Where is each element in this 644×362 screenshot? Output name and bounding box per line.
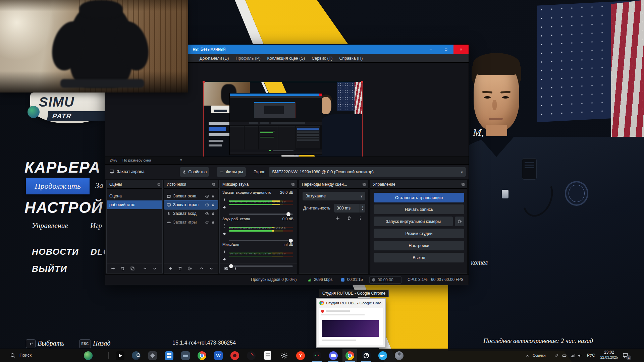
menu-controls[interactable]: Управление [32,221,68,230]
zoom-level[interactable]: 24% [110,158,117,162]
channel-menu-icon[interactable] [222,249,226,254]
remove-source-icon[interactable] [178,266,182,271]
menu-exit[interactable]: ВЫЙТИ [32,264,67,274]
menu-game-sub[interactable]: Игр [90,221,102,230]
taskbar-app-telegram[interactable] [375,349,390,362]
zoom-fit-mode[interactable]: По размеру окна [122,158,151,162]
chrome-preview-thumbnail[interactable] [319,308,383,345]
add-source-icon[interactable] [168,266,173,271]
stop-streaming-button[interactable]: Остановить трансляцию [374,193,464,202]
taskbar-app-discord[interactable] [326,349,341,362]
search-label[interactable]: Поиск [19,353,32,358]
search-icon[interactable] [10,353,16,358]
eye-icon[interactable] [205,203,209,207]
move-source-down-icon[interactable] [209,266,214,271]
remove-transition-icon[interactable] [347,216,352,221]
volume-icon[interactable] [578,353,582,358]
speaker-icon[interactable] [222,257,227,261]
taskbar-app-recolor[interactable] [310,349,324,362]
lock-icon[interactable] [211,194,215,198]
taskbar-app-darkred[interactable] [244,349,259,362]
start-recording-button[interactable]: Начать запись [374,204,464,214]
scene-item[interactable]: Сцена [107,192,162,200]
clock[interactable]: 23:02 22.03.2025 [598,350,620,359]
detach-icon[interactable] [212,182,216,186]
controls-dock-header[interactable]: Управление [370,180,467,189]
source-item-game-capture-hidden[interactable]: Захват игры [164,218,218,227]
sources-dock-header[interactable]: Источники [164,180,218,189]
taskbar-app-redring[interactable] [227,349,242,362]
taskbar-app-slate[interactable] [178,349,193,362]
detach-icon[interactable] [157,182,160,186]
virtual-camera-button[interactable]: Запуск виртуальной камеры [374,217,453,226]
properties-button[interactable]: Свойства [180,167,209,177]
lock-icon[interactable] [211,212,215,216]
transition-menu-icon[interactable] [358,216,362,221]
transitions-dock-header[interactable]: Переходы между сцен... [299,180,368,189]
scene-item-selected[interactable]: рабочий стол [107,200,162,209]
notification-center-icon[interactable]: 4 [623,352,629,359]
widget-icon[interactable] [84,351,93,360]
menu-dock-panels[interactable]: Док-панели (D) [196,54,232,63]
chrome-preview-card[interactable]: Студия RUTUBE - Google Chro... [316,298,386,348]
source-properties-icon[interactable] [187,266,192,271]
detach-icon[interactable] [362,182,366,186]
source-item-audio-input[interactable]: Захват вход [164,209,218,218]
taskbar-app-obs[interactable] [359,349,374,362]
taskbar-app-yandex[interactable]: Y [293,349,308,362]
pen-icon[interactable] [554,353,559,358]
tray-expand-icon[interactable] [525,354,529,358]
menu-profile[interactable]: Профиль (P) [232,54,264,63]
maximize-button[interactable]: □ [438,45,453,54]
channel-menu-icon[interactable] [222,197,226,202]
taskbar-app-grid[interactable] [162,349,176,362]
volume-slider[interactable] [229,214,293,215]
lock-icon[interactable] [211,203,215,207]
add-transition-icon[interactable] [335,216,340,221]
eye-off-icon[interactable] [205,220,209,225]
menu-load-partial[interactable]: За [95,181,103,190]
language-indicator[interactable]: РУС [587,353,595,358]
channel-menu-icon[interactable] [222,224,226,228]
menu-help[interactable]: Справка (H) [336,54,366,63]
taskbar-app-play[interactable] [113,349,127,362]
continue-button[interactable]: Продолжить [26,178,90,194]
battery-icon[interactable] [562,353,567,358]
menu-settings-title[interactable]: НАСТРОЙ [24,198,103,217]
exit-button[interactable]: Выход [374,253,464,262]
volume-slider[interactable] [229,240,293,241]
speaker-icon[interactable] [222,232,227,236]
spin-down-icon[interactable]: ▼ [362,208,364,211]
taskbar-app-chrome[interactable] [195,349,209,362]
spin-up-icon[interactable]: ▲ [362,205,364,208]
virtual-camera-settings-button[interactable] [455,217,464,226]
minimize-button[interactable]: – [423,45,438,54]
studio-mode-button[interactable]: Режим студии [374,229,464,238]
scene-filters-icon[interactable] [130,266,135,271]
eye-icon[interactable] [205,194,209,198]
mixer-settings-icon[interactable] [224,266,228,271]
network-icon[interactable] [570,353,575,358]
eye-icon[interactable] [205,212,209,216]
close-button[interactable]: × [453,45,469,54]
settings-button[interactable]: Настройки [374,241,464,250]
source-item-window-capture[interactable]: Захват окна [164,192,218,200]
scenes-dock-header[interactable]: Сцены [107,180,162,189]
move-scene-down-icon[interactable] [152,266,157,271]
screen-select-dropdown[interactable]: SME2220NW: 644x362 @ 0,0 (Основной мон… [269,167,466,177]
mixer-menu-icon[interactable] [233,266,237,271]
filters-button[interactable]: Фильтры [217,167,246,177]
links-toolbar-label[interactable]: Ссылки [533,353,546,357]
duration-spinbox[interactable]: 300 ms ▲▼ [334,204,365,213]
move-scene-up-icon[interactable] [143,266,147,271]
detach-icon[interactable] [461,182,465,186]
detach-icon[interactable] [291,182,295,186]
speaker-icon[interactable] [222,205,227,209]
taskbar-app-game[interactable] [392,349,407,362]
taskbar-app-steam[interactable] [129,349,144,362]
taskbar-app-chrome-active[interactable] [342,349,357,362]
taskbar-app-dark[interactable] [145,349,160,362]
source-item-screen-capture-selected[interactable]: Захват экран [164,200,218,209]
mixer-dock-header[interactable]: Микшер звука [220,180,297,189]
zoom-dropdown-caret[interactable]: ▾ [180,158,182,162]
